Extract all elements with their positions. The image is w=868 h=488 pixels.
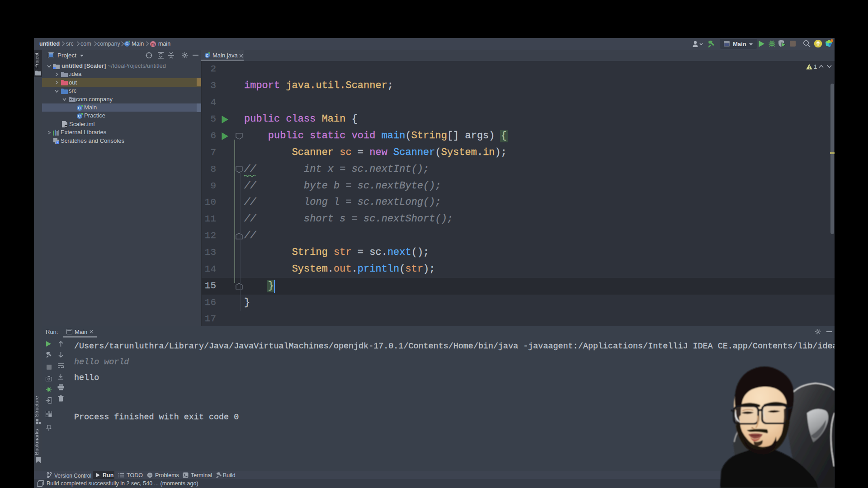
svg-text:C: C (78, 106, 81, 110)
svg-text:C: C (125, 42, 128, 46)
svg-text:C: C (206, 53, 208, 58)
svg-text:m: m (151, 42, 155, 47)
svg-text:C: C (78, 114, 81, 118)
